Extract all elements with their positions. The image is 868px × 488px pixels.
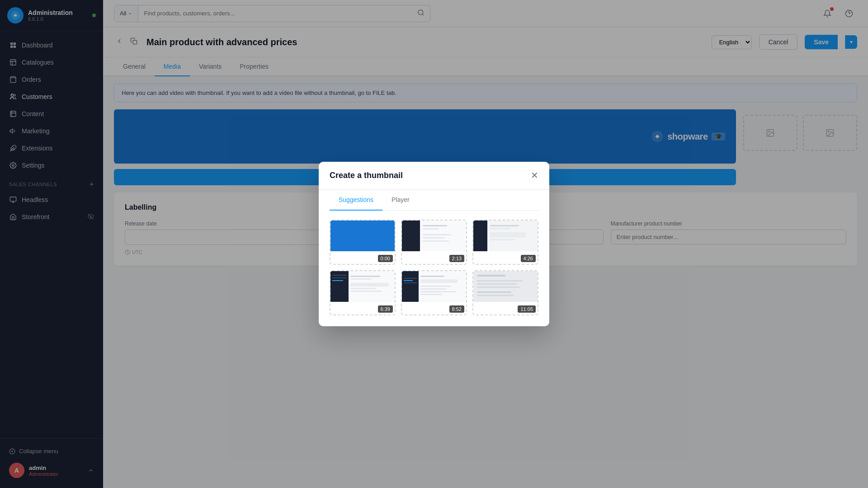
thumbnail-image-1 <box>330 221 395 251</box>
timestamp-5: 8:52 <box>449 305 464 313</box>
thumbnail-image-4 <box>330 271 395 302</box>
thumbnail-image-5 <box>402 271 466 302</box>
modal-body: Suggestions Player 0:00 <box>319 190 549 327</box>
thumbnail-image-2 <box>402 221 466 251</box>
thumbnail-card-6[interactable]: 11:05 <box>472 270 538 315</box>
modal-tab-bar: Suggestions Player <box>330 190 538 211</box>
timestamp-4: 6:39 <box>378 305 393 313</box>
thumbnail-grid: 0:00 <box>330 220 538 316</box>
thumbnail-card-2[interactable]: 2:13 <box>401 220 467 265</box>
thumbnail-card-4[interactable]: 6:39 <box>330 270 396 315</box>
thumbnail-image-6 <box>473 271 538 302</box>
modal-close-button[interactable]: ✕ <box>531 171 538 180</box>
modal-overlay[interactable]: Create a thumbnail ✕ Suggestions Player … <box>0 0 868 488</box>
thumbnail-card-1[interactable]: 0:00 <box>330 220 396 265</box>
timestamp-6: 11:05 <box>518 305 536 313</box>
thumbnail-image-3 <box>473 221 538 251</box>
timestamp-3: 4:26 <box>521 255 536 262</box>
tab-player[interactable]: Player <box>382 190 419 211</box>
thumbnail-card-3[interactable]: 4:26 <box>472 220 538 265</box>
timestamp-1: 0:00 <box>378 255 393 262</box>
thumbnail-modal: Create a thumbnail ✕ Suggestions Player … <box>319 162 549 327</box>
thumbnail-card-5[interactable]: 8:52 <box>401 270 467 315</box>
timestamp-2: 2:13 <box>449 255 464 262</box>
modal-header: Create a thumbnail ✕ <box>319 162 549 190</box>
modal-title: Create a thumbnail <box>330 171 403 180</box>
tab-suggestions[interactable]: Suggestions <box>330 190 382 211</box>
